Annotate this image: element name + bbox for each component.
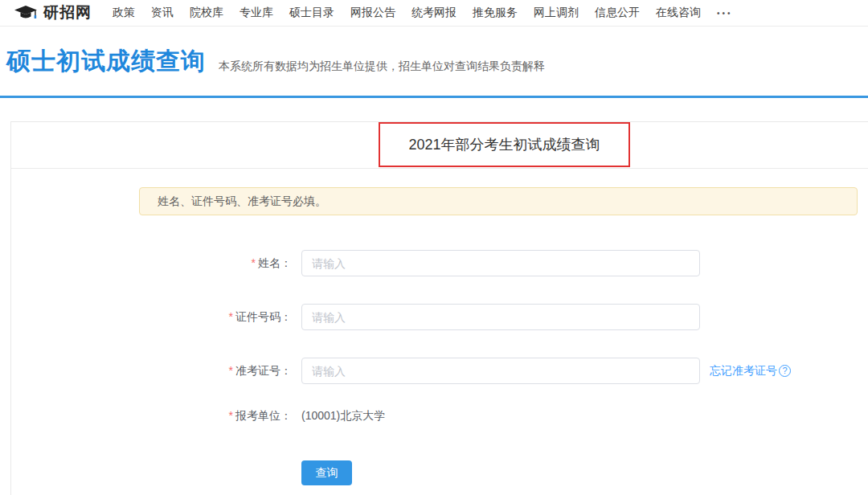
query-button[interactable]: 查询 — [301, 460, 352, 485]
submit-row: 查询 — [301, 460, 868, 485]
required-fields-notice: 姓名、证件号码、准考证号必填。 — [139, 187, 858, 215]
nav-item-yuanxiaoku[interactable]: 院校库 — [182, 6, 231, 20]
name-label: *姓名： — [11, 256, 301, 271]
id-number-input[interactable] — [301, 304, 700, 330]
nav-more-dots-icon[interactable]: ••• — [709, 9, 741, 18]
logo-text: 研招网 — [43, 2, 92, 23]
top-navigation-bar: 研招网 政策 资讯 院校库 专业库 硕士目录 网报公告 统考网报 推免服务 网上… — [0, 0, 868, 27]
nav-item-shuoshimulu[interactable]: 硕士目录 — [281, 6, 342, 20]
nav-item-tuimianfuwu[interactable]: 推免服务 — [465, 6, 526, 20]
nav-menu: 政策 资讯 院校库 专业库 硕士目录 网报公告 统考网报 推免服务 网上调剂 信… — [104, 6, 709, 20]
form-row-id-number: *证件号码： — [11, 304, 868, 330]
page-subtitle: 本系统所有数据均为招生单位提供，招生单位对查询结果负责解释 — [219, 59, 545, 74]
nav-item-xinxigongkai[interactable]: 信息公开 — [587, 6, 648, 20]
required-mark: * — [229, 364, 233, 377]
nav-item-zhuanyeku[interactable]: 专业库 — [231, 6, 281, 20]
form-row-admission-ticket: *准考证号： 忘记准考证号 ? — [11, 358, 868, 384]
score-query-card: 2021年部分考生初试成绩查询 姓名、证件号码、准考证号必填。 *姓名： *证件… — [10, 121, 868, 495]
form-row-apply-unit: *报考单位： (10001)北京大学 — [11, 409, 868, 423]
required-mark: * — [252, 256, 256, 269]
apply-unit-value: (10001)北京大学 — [301, 409, 385, 423]
red-annotation-box: 2021年部分考生初试成绩查询 — [379, 122, 630, 167]
forgot-ticket-link-text: 忘记准考证号 — [710, 364, 777, 378]
admission-ticket-input[interactable] — [301, 358, 700, 384]
page-header: 硕士初试成绩查询 本系统所有数据均为招生单位提供，招生单位对查询结果负责解释 — [0, 27, 868, 96]
help-question-icon: ? — [779, 365, 791, 377]
forgot-ticket-link[interactable]: 忘记准考证号 ? — [710, 364, 791, 378]
required-mark: * — [229, 310, 233, 323]
form-row-name: *姓名： — [11, 250, 868, 276]
nav-item-wangbaogonggao[interactable]: 网报公告 — [342, 6, 403, 20]
site-logo[interactable]: 研招网 — [14, 2, 92, 23]
nav-item-zixun[interactable]: 资讯 — [143, 6, 182, 20]
nav-item-zaixianzixun[interactable]: 在线咨询 — [648, 6, 709, 20]
graduation-cap-icon — [14, 5, 43, 22]
id-number-label: *证件号码： — [11, 310, 301, 325]
blue-divider — [0, 96, 868, 98]
admission-ticket-label: *准考证号： — [11, 364, 301, 378]
query-form: *姓名： *证件号码： *准考证号： 忘记准考证号 ? *报考单位： (1000… — [11, 250, 868, 485]
card-title-row: 2021年部分考生初试成绩查询 — [11, 122, 868, 169]
nav-item-wangshangtiaoji[interactable]: 网上调剂 — [526, 6, 587, 20]
nav-item-tongkaowangbao[interactable]: 统考网报 — [403, 6, 465, 20]
name-input[interactable] — [301, 250, 700, 276]
nav-item-zhengce[interactable]: 政策 — [104, 6, 143, 20]
required-mark: * — [229, 409, 233, 422]
apply-unit-label: *报考单位： — [11, 409, 301, 423]
page-title: 硕士初试成绩查询 — [6, 45, 206, 78]
card-title: 2021年部分考生初试成绩查询 — [408, 135, 600, 154]
